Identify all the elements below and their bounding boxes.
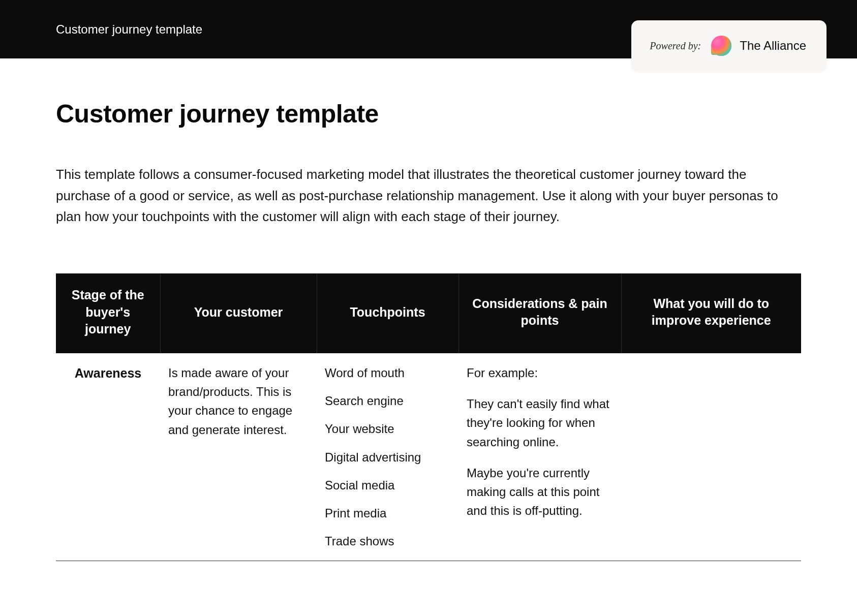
journey-table: Stage of the buyer's journey Your custom… <box>56 273 801 562</box>
list-item: Word of mouth <box>325 363 451 382</box>
alliance-logo-icon <box>710 35 732 57</box>
list-item: Digital advertising <box>325 448 451 467</box>
list-item: Social media <box>325 476 451 495</box>
table-header-row: Stage of the buyer's journey Your custom… <box>56 273 801 353</box>
touchpoints-list: Word of mouth Search engine Your website… <box>325 363 451 550</box>
svg-point-0 <box>711 36 731 56</box>
powered-by-label: Powered by: <box>650 40 701 52</box>
list-item: Print media <box>325 504 451 522</box>
brand-name: The Alliance <box>740 39 806 53</box>
powered-by-box: Powered by: The Alliance <box>631 20 827 71</box>
list-item: Search engine <box>325 391 451 410</box>
header-customer: Your customer <box>160 273 317 353</box>
cell-stage: Awareness <box>56 353 160 561</box>
top-bar: Customer journey template Powered by: <box>0 0 857 58</box>
intro-paragraph: This template follows a consumer-focused… <box>56 164 798 228</box>
cell-considerations: For example: They can't easily find what… <box>458 353 621 561</box>
page-title: Customer journey template <box>56 99 801 129</box>
header-touchpoints: Touchpoints <box>317 273 458 353</box>
considerations-p1: They can't easily find what they're look… <box>467 394 614 451</box>
considerations-lead: For example: <box>467 363 614 382</box>
cell-touchpoints: Word of mouth Search engine Your website… <box>317 353 458 561</box>
content-area: Customer journey template This template … <box>0 58 857 561</box>
cell-improve <box>621 353 801 561</box>
header-stage: Stage of the buyer's journey <box>56 273 160 353</box>
brand-wrap: The Alliance <box>710 35 806 57</box>
header-improve: What you will do to improve experience <box>621 273 801 353</box>
considerations-p2: Maybe you're currently making calls at t… <box>467 464 614 520</box>
list-item: Your website <box>325 419 451 438</box>
top-bar-title: Customer journey template <box>56 22 202 37</box>
cell-customer: Is made aware of your brand/products. Th… <box>160 353 317 561</box>
list-item: Trade shows <box>325 532 451 550</box>
table-row: Awareness Is made aware of your brand/pr… <box>56 353 801 561</box>
header-considerations: Considerations & pain points <box>458 273 621 353</box>
